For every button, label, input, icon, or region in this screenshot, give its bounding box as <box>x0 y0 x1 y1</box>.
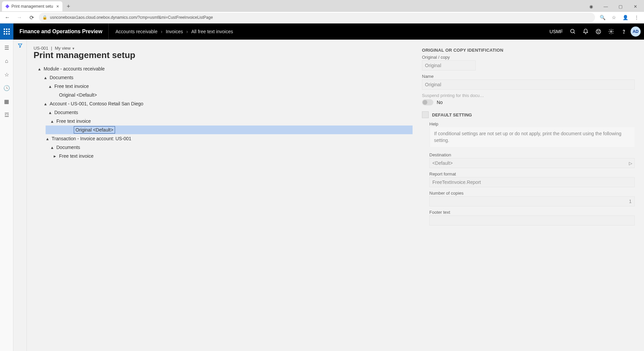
page-title: Print management setup <box>34 50 413 60</box>
tree-label: Free text invoice <box>54 84 89 89</box>
detail-panel: ORIGINAL OR COPY IDENTIFICATION Original… <box>413 40 644 351</box>
tree-node-account[interactable]: ▴ Account - US-001, Contoso Retail San D… <box>34 99 413 108</box>
svg-line-1 <box>574 32 575 34</box>
section-title: ORIGINAL OR COPY IDENTIFICATION <box>422 48 635 53</box>
hamburger-icon[interactable]: ☰ <box>2 43 11 52</box>
expand-placeholder-icon <box>52 93 57 97</box>
collapse-icon[interactable]: ▴ <box>45 136 50 141</box>
tree-label: Original <Default> <box>59 92 97 98</box>
default-setting-checkbox[interactable] <box>422 111 429 118</box>
svg-point-2 <box>596 29 601 34</box>
help-label: Help <box>429 121 635 127</box>
svg-point-5 <box>610 31 612 33</box>
smile-icon[interactable] <box>592 26 604 38</box>
chevron-right-icon[interactable]: ▷ <box>629 161 632 166</box>
suspend-label: Suspend printing for this docu… <box>422 93 635 98</box>
svg-point-0 <box>571 29 574 33</box>
address-bar[interactable]: 🔒 usnconeboxax1aos.cloud.onebox.dynamics… <box>39 13 595 22</box>
zoom-icon[interactable]: 🔍 <box>598 13 607 22</box>
gear-icon[interactable] <box>605 26 617 38</box>
destination-label: Destination <box>429 152 635 157</box>
footer-label: Footer text <box>429 210 635 215</box>
collapse-icon[interactable]: ▴ <box>50 119 54 123</box>
nav-rail: ☰ ⌂ ☆ 🕓 ▦ ☲ <box>0 40 13 351</box>
svg-point-3 <box>597 31 598 31</box>
chevron-right-icon: › <box>161 29 162 34</box>
tree-node-freetextinvoice[interactable]: ▴ Free text invoice <box>34 82 413 91</box>
svg-point-6 <box>624 33 624 34</box>
help-text: If conditional settings are not set up o… <box>429 127 635 147</box>
expand-icon[interactable]: ▸ <box>52 154 57 158</box>
browser-tab[interactable]: Print management setu × <box>2 1 62 11</box>
breadcrumb-item[interactable]: Invoices <box>166 29 183 34</box>
chevron-right-icon: › <box>186 29 188 34</box>
collapse-icon[interactable]: ▴ <box>43 75 48 80</box>
report-format-label: Report format <box>429 171 635 177</box>
report-format-field[interactable]: FreeTextInvoice.Report <box>429 177 635 187</box>
tree-node-module[interactable]: ▴ Module - accounts receivable <box>34 64 413 73</box>
collapse-icon[interactable]: ▴ <box>50 145 54 150</box>
copies-field[interactable]: 1 <box>429 196 635 206</box>
filter-column <box>13 40 27 351</box>
tree-node-documents[interactable]: ▴ Documents <box>34 73 413 82</box>
breadcrumb-item[interactable]: All free text invoices <box>191 29 233 34</box>
collapse-icon[interactable]: ▴ <box>48 84 52 89</box>
tree-label: Module - accounts receivable <box>44 66 105 71</box>
new-tab-button[interactable]: + <box>64 2 73 11</box>
star-icon[interactable]: ☆ <box>2 70 11 79</box>
destination-field[interactable]: <Default> ▷ <box>429 158 635 168</box>
tree-node-documents[interactable]: ▴ Documents <box>34 143 413 152</box>
menu-icon[interactable]: ⋮ <box>632 13 641 22</box>
tree-node-freetextinvoice[interactable]: ▴ Free text invoice <box>34 117 413 126</box>
collapse-icon[interactable]: ▴ <box>37 66 42 71</box>
expand-placeholder-icon <box>67 128 72 132</box>
star-icon[interactable]: ☆ <box>609 13 619 22</box>
tree-node-original[interactable]: Original <Default> <box>34 91 413 99</box>
tree-label: Account - US-001, Contoso Retail San Die… <box>50 101 143 106</box>
avatar[interactable]: AD <box>631 27 641 37</box>
modules-icon[interactable]: ☲ <box>2 110 11 119</box>
footer-field[interactable] <box>429 215 635 225</box>
close-tab-icon[interactable]: × <box>56 4 59 9</box>
waffle-icon <box>4 29 10 35</box>
collapse-icon[interactable]: ▴ <box>48 110 52 115</box>
app-launcher-button[interactable] <box>0 23 13 40</box>
copies-label: Number of copies <box>429 191 635 196</box>
reload-button[interactable]: ⟳ <box>27 13 36 22</box>
name-field[interactable]: Original <box>422 80 635 90</box>
forward-button[interactable]: → <box>15 13 24 22</box>
tree-node-transaction[interactable]: ▴ Transaction - Invoice account: US-001 <box>34 134 413 143</box>
profile-icon[interactable]: 👤 <box>621 13 630 22</box>
breadcrumb: Accounts receivable › Invoices › All fre… <box>109 23 240 40</box>
suspend-toggle[interactable] <box>422 99 433 105</box>
tree-node-original-selected[interactable]: Original <Default> <box>46 126 413 134</box>
filter-icon[interactable] <box>17 43 23 351</box>
workspace-icon[interactable]: ▦ <box>2 97 11 106</box>
breadcrumb-item[interactable]: Accounts receivable <box>115 29 157 34</box>
favicon-icon <box>5 4 9 8</box>
tree-node-documents[interactable]: ▴ Documents <box>34 108 413 117</box>
maximize-icon[interactable]: ▢ <box>614 2 627 11</box>
back-button[interactable]: ← <box>3 13 12 22</box>
search-icon[interactable] <box>567 26 579 38</box>
minimize-icon[interactable]: ― <box>599 2 612 11</box>
tree-label: Original <Default> <box>74 126 115 134</box>
tree-node-freetextinvoice[interactable]: ▸ Free text invoice <box>34 152 413 160</box>
lock-icon: 🔒 <box>42 15 47 20</box>
close-window-icon[interactable]: ✕ <box>629 2 642 11</box>
company-code[interactable]: USMF <box>546 29 566 34</box>
bell-icon[interactable] <box>580 26 592 38</box>
app-title: Finance and Operations Preview <box>13 23 109 40</box>
recent-icon[interactable]: 🕓 <box>2 83 11 93</box>
account-icon[interactable]: ◉ <box>584 2 598 11</box>
home-icon[interactable]: ⌂ <box>2 56 11 66</box>
original-copy-field[interactable]: Original <box>422 60 476 70</box>
tree-label: Free text invoice <box>56 118 91 124</box>
url-text: usnconeboxax1aos.cloud.onebox.dynamics.c… <box>50 15 213 20</box>
name-label: Name <box>422 74 635 79</box>
tree-label: Free text invoice <box>59 153 94 159</box>
suspend-value: No <box>437 100 443 105</box>
tab-title: Print management setu <box>11 4 53 9</box>
help-icon[interactable] <box>618 26 630 38</box>
collapse-icon[interactable]: ▴ <box>43 101 48 106</box>
